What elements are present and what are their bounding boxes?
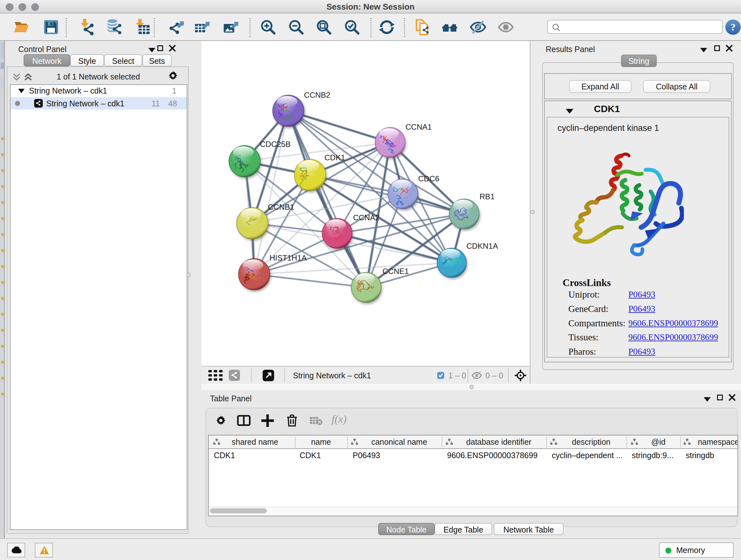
- svg-text:CCNB1: CCNB1: [268, 203, 294, 211]
- svg-text:CDKN1A: CDKN1A: [467, 242, 498, 250]
- svg-text:CCNA2: CCNA2: [353, 213, 380, 222]
- svg-text:CDC6: CDC6: [418, 174, 440, 183]
- svg-text:RB1: RB1: [480, 192, 495, 201]
- svg-text:HIST1H1A: HIST1H1A: [270, 253, 307, 262]
- svg-text:CDK1: CDK1: [325, 153, 345, 162]
- svg-text:CCNB2: CCNB2: [304, 91, 331, 99]
- svg-text:CDC25B: CDC25B: [260, 140, 291, 148]
- svg-text:CCNE1: CCNE1: [383, 267, 409, 275]
- svg-text:CCNA1: CCNA1: [406, 123, 432, 131]
